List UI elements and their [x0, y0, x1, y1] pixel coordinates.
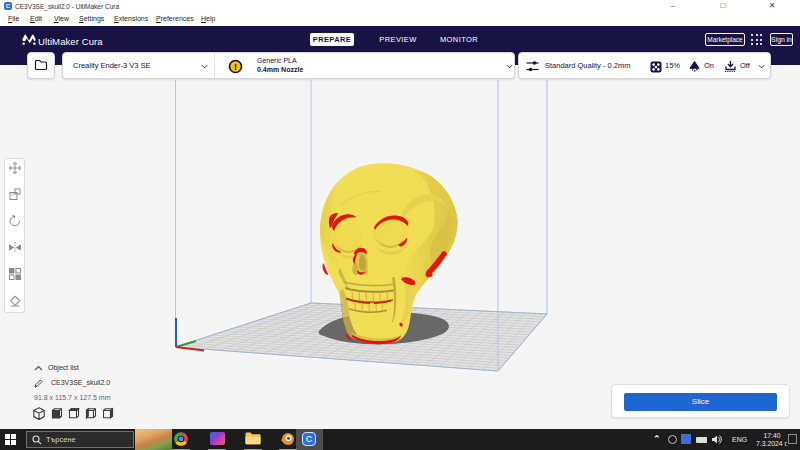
- svg-text:!: !: [234, 62, 237, 72]
